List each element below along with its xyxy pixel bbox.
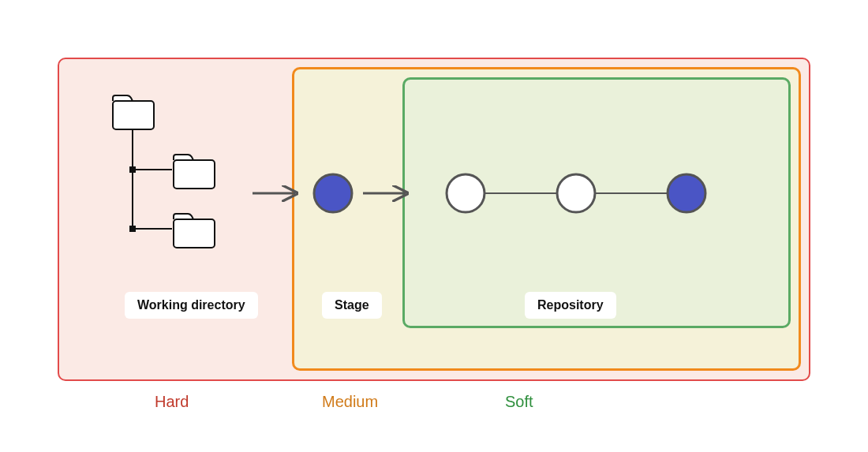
stage-label: Stage xyxy=(322,292,382,319)
commit-node xyxy=(314,174,352,212)
diagram-canvas: Working directory Stage Repository Hard … xyxy=(0,0,868,452)
svg-rect-2 xyxy=(174,219,215,248)
repository-label: Repository xyxy=(525,292,616,319)
folder-icon xyxy=(113,95,154,129)
svg-rect-1 xyxy=(174,160,215,189)
working-directory-label: Working directory xyxy=(125,292,258,319)
diagram-svg xyxy=(0,0,868,452)
folder-icon xyxy=(174,214,215,248)
commit-node xyxy=(557,174,595,212)
svg-rect-7 xyxy=(129,166,136,173)
soft-label: Soft xyxy=(505,393,533,411)
svg-rect-0 xyxy=(113,101,154,129)
commit-node xyxy=(447,174,485,212)
folder-icon xyxy=(174,155,215,189)
hard-label: Hard xyxy=(155,393,189,411)
medium-label: Medium xyxy=(322,393,378,411)
svg-rect-8 xyxy=(129,226,136,232)
commit-node xyxy=(668,174,705,212)
